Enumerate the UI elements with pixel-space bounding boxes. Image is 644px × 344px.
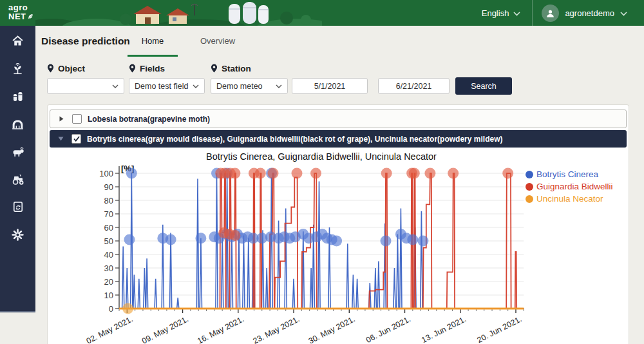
sidebar-item-greenhouse[interactable] (6, 117, 30, 131)
y-tick-label: 60 (104, 223, 113, 233)
sidebar-item-silo[interactable] (6, 89, 30, 103)
sidebar-item-machinery[interactable] (6, 172, 30, 186)
username-label: agronetdemo (565, 8, 614, 18)
y-tick-label: 90 (104, 182, 113, 192)
legend-item-guignardia[interactable]: Guignardia Bidwellii (526, 182, 613, 191)
chevron-down-icon (193, 84, 199, 88)
series-markers-botrytis-cinerea (124, 168, 429, 247)
station-select[interactable]: Demo meteo (211, 78, 288, 94)
farm-illustration (35, 0, 322, 26)
x-tick-label: 30. May 2021. (307, 314, 357, 344)
fields-filter-label: Fields (129, 62, 205, 75)
avatar (542, 5, 559, 22)
date-from-value: 5/1/2021 (314, 82, 346, 91)
station-filter-label: Station (211, 62, 288, 75)
sidebar-item-livestock[interactable] (6, 144, 30, 158)
content-panel: Lobesia botrana(grapevine moth) Botrytis… (47, 104, 629, 344)
user-menu[interactable]: agronetdemo (533, 5, 644, 22)
x-tick-label: 02. May 2021. (85, 314, 135, 344)
logo-text-bottom: NET (8, 12, 26, 21)
legend-label: Uncinula Necator (536, 194, 603, 204)
legend-label: Botrytis Cinerea (536, 169, 598, 179)
x-tick-label: 13. Jun 2021. (420, 314, 468, 344)
tab-home[interactable]: Home (128, 26, 178, 57)
y-tick-label: 40 (104, 250, 113, 260)
filter-bar: Object Fields Demo test field Station De… (35, 57, 644, 104)
accordion-botrytis[interactable]: Botrytis cinerea(gray mould disease), Gu… (50, 130, 627, 148)
plant-sensor-icon (11, 62, 24, 75)
object-select[interactable] (47, 78, 124, 94)
search-button[interactable]: Search (455, 77, 512, 95)
date-from-input[interactable]: 5/1/2021 (292, 78, 368, 94)
sidebar-item-crop-monitoring[interactable] (6, 61, 30, 75)
fields-select-value: Demo test field (135, 82, 193, 91)
y-tick-label: 100 (99, 169, 113, 178)
pin-icon (129, 64, 136, 73)
botrytis-checkbox[interactable] (71, 134, 81, 144)
field-book-icon (12, 200, 24, 213)
object-filter-label: Object (47, 62, 124, 75)
y-tick-label: 80 (104, 196, 113, 205)
chevron-down-icon (513, 8, 520, 18)
gear-icon (11, 228, 24, 242)
page-title: Disease prediction (41, 26, 130, 57)
greenhouse-icon (11, 117, 24, 131)
legend-dot (526, 183, 533, 191)
y-tick-label: 10 (104, 291, 113, 300)
logo-text-top: agro (8, 3, 28, 12)
language-selector[interactable]: English (470, 8, 533, 18)
lobesia-checkbox[interactable] (72, 114, 82, 124)
sidebar-item-reports[interactable] (6, 200, 30, 214)
y-tick-label: 0 (109, 304, 113, 314)
y-tick-label: 70 (104, 209, 113, 219)
cow-icon (11, 145, 25, 158)
chart-title: Botrytis Cinerea, Guignardia Bidwellii, … (80, 151, 563, 162)
date-to-value: 6/21/2021 (396, 82, 432, 91)
pin-icon (47, 64, 54, 73)
accordion-label: Lobesia botrana(grapevine moth) (88, 115, 210, 124)
tractor-icon (11, 173, 25, 186)
x-tick-label: 23. May 2021. (251, 314, 301, 344)
leaf-icon (27, 14, 33, 23)
y-tick-label: 20 (104, 277, 113, 287)
chevron-right-icon (50, 116, 72, 122)
app-header: agro NET English agronetdemo (0, 0, 644, 26)
station-select-value: Demo meteo (216, 82, 276, 91)
chart-legend: Botrytis Cinerea Guignardia Bidwellii Un… (526, 169, 613, 204)
legend-label: Guignardia Bidwellii (536, 182, 613, 191)
legend-item-uncinula[interactable]: Uncinula Necator (526, 194, 613, 204)
chevron-down-icon (50, 137, 71, 141)
date-to-input[interactable]: 6/21/2021 (378, 78, 450, 94)
chevron-down-icon (620, 8, 627, 18)
x-tick-label: 06. Jun 2021. (365, 314, 412, 344)
legend-dot (526, 171, 533, 178)
y-tick-label: 50 (104, 236, 113, 246)
y-tick-label: 30 (104, 263, 113, 273)
chevron-down-icon (112, 84, 118, 88)
silo-icon (11, 90, 24, 103)
series-markers-uncinula-necator (122, 303, 133, 314)
x-tick-label: 16. May 2021. (196, 314, 245, 344)
legend-dot (526, 195, 533, 203)
accordion-label: Botrytis cinerea(gray mould disease), Gu… (87, 135, 502, 144)
sidebar-item-home[interactable] (6, 33, 30, 48)
sidebar-item-settings[interactable] (6, 227, 30, 242)
language-label: English (482, 8, 509, 18)
chevron-down-icon (276, 84, 282, 88)
app-logo[interactable]: agro NET (8, 3, 33, 23)
legend-item-botrytis[interactable]: Botrytis Cinerea (526, 169, 613, 179)
home-icon (11, 34, 24, 48)
tab-overview[interactable]: Overview (190, 26, 245, 55)
accordion-lobesia[interactable]: Lobesia botrana(grapevine moth) (50, 110, 627, 128)
fields-select[interactable]: Demo test field (129, 78, 205, 94)
sidebar-nav (0, 26, 35, 312)
tab-strip: Disease prediction Home Overview (35, 26, 644, 57)
x-tick-label: 20. Jun 2021. (475, 314, 523, 344)
x-tick-label: 09. May 2021. (140, 314, 190, 344)
pin-icon (211, 64, 218, 73)
